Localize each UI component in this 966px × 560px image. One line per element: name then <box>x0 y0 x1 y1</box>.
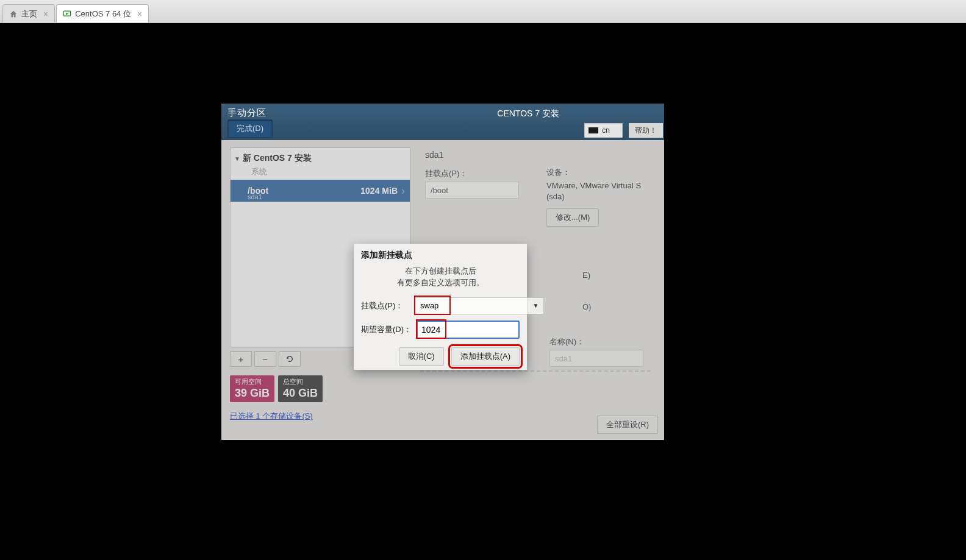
add-mountpoint-button[interactable]: 添加挂载点(A) <box>451 347 520 366</box>
device-dev: (sda) <box>546 191 641 202</box>
name-group: 名称(N)： <box>549 336 643 367</box>
keyboard-layout: cn <box>602 126 610 135</box>
tree-root[interactable]: ▼ 新 CentOS 7 安装 <box>231 148 410 166</box>
chevron-down-icon[interactable]: ▼ <box>528 298 543 314</box>
close-icon[interactable]: × <box>41 9 48 19</box>
home-icon <box>9 10 18 18</box>
host-tabbar: 主页 × CentOS 7 64 位 × <box>0 0 966 23</box>
device-label: 设备： <box>546 167 641 178</box>
dialog-capacity-label: 期望容量(D)： <box>361 324 412 335</box>
divider <box>420 370 651 372</box>
vm-console-stage: 手动分区 完成(D) CENTOS 7 安装 cn 帮助！ ▼ 新 CentOS… <box>0 23 966 560</box>
installer-title: CENTOS 7 安装 <box>497 108 559 119</box>
name-input <box>549 350 643 367</box>
dialog-mount-combo[interactable]: ▼ <box>415 297 544 314</box>
tree-system-label: 系统 <box>231 166 410 180</box>
tree-root-label: 新 CentOS 7 安装 <box>243 153 312 164</box>
add-mountpoint-dialog: 添加新挂载点 在下方创建挂载点后 有更多自定义选项可用。 挂载点(P)： ▼ 期… <box>354 244 527 370</box>
vm-window: 手动分区 完成(D) CENTOS 7 安装 cn 帮助！ ▼ 新 CentOS… <box>221 104 664 440</box>
reload-button[interactable] <box>279 351 301 367</box>
done-button[interactable]: 完成(D) <box>227 119 273 138</box>
expected-e-remnant: E) <box>582 271 590 280</box>
dialog-capacity-input[interactable] <box>417 321 520 339</box>
partition-size: 1024 MiB <box>360 186 401 196</box>
modify-button[interactable]: 修改...(M) <box>546 208 599 227</box>
add-partition-button[interactable]: + <box>230 351 252 367</box>
tab-home[interactable]: 主页 × <box>2 4 55 23</box>
space-summary: 可用空间 39 GiB 总空间 40 GiB <box>230 375 417 402</box>
keyboard-indicator[interactable]: cn <box>584 123 623 138</box>
page-title: 手动分区 <box>227 107 658 119</box>
available-space-label: 可用空间 <box>235 378 270 386</box>
dialog-title: 添加新挂载点 <box>361 250 520 261</box>
keyboard-icon <box>589 127 598 133</box>
close-icon[interactable]: × <box>135 9 142 19</box>
tab-vm[interactable]: CentOS 7 64 位 × <box>56 4 149 23</box>
dialog-mount-input[interactable] <box>415 298 528 314</box>
help-button[interactable]: 帮助！ <box>629 123 663 138</box>
reset-all-button[interactable]: 全部重设(R) <box>597 416 658 434</box>
detail-title: sda1 <box>425 150 656 160</box>
partition-device: sda1 <box>248 193 262 200</box>
installer-body: ▼ 新 CentOS 7 安装 系统 /boot sda1 1024 MiB ›… <box>221 140 664 440</box>
device-name: VMware, VMware Virtual S <box>546 180 641 191</box>
reload-icon <box>285 355 294 363</box>
storage-selected-link[interactable]: 已选择 1 个存储设备(S) <box>230 411 313 422</box>
mount-input[interactable] <box>425 182 519 199</box>
name-label: 名称(N)： <box>549 336 643 347</box>
remove-partition-button[interactable]: − <box>254 351 276 367</box>
partition-row-boot[interactable]: /boot sda1 1024 MiB › <box>231 180 410 202</box>
device-section: 设备： VMware, VMware Virtual S (sda) 修改...… <box>546 167 641 227</box>
svg-marker-1 <box>66 12 68 15</box>
dialog-text: 在下方创建挂载点后 有更多自定义选项可用。 <box>361 266 520 289</box>
available-space-value: 39 GiB <box>235 386 270 400</box>
tab-home-label: 主页 <box>21 9 37 19</box>
available-space: 可用空间 39 GiB <box>230 375 274 402</box>
expected-o-remnant: O) <box>582 302 591 311</box>
cancel-button[interactable]: 取消(C) <box>399 347 444 366</box>
total-space: 总空间 40 GiB <box>278 375 323 402</box>
tab-vm-label: CentOS 7 64 位 <box>75 9 131 19</box>
chevron-right-icon: › <box>401 185 405 197</box>
total-space-label: 总空间 <box>283 378 318 386</box>
monitor-icon <box>63 10 71 18</box>
installer-header: 手动分区 完成(D) CENTOS 7 安装 cn 帮助！ <box>221 104 664 140</box>
dialog-mount-label: 挂载点(P)： <box>361 300 410 311</box>
disclosure-icon: ▼ <box>234 155 240 162</box>
total-space-value: 40 GiB <box>283 386 318 400</box>
